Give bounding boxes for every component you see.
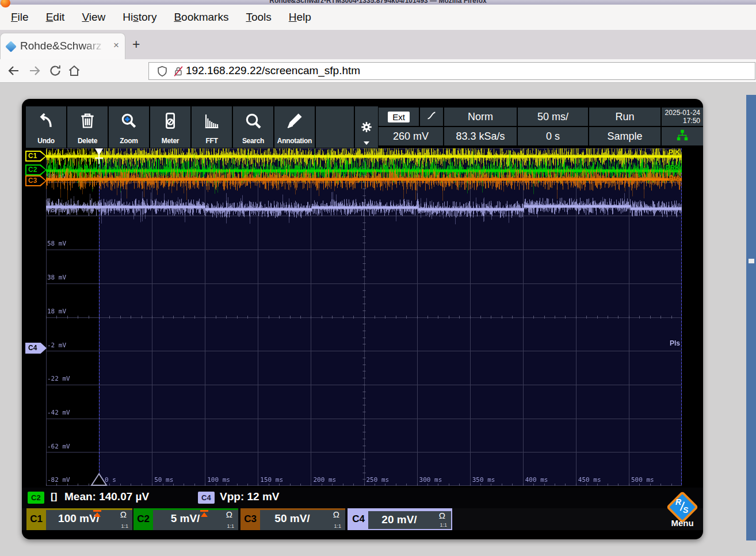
trigger-level-cell[interactable]: 260 mV: [379, 127, 443, 145]
marker-label: C4: [28, 344, 37, 352]
measurement-value: Vpp: 12 mV: [220, 490, 279, 503]
menu-edit[interactable]: Edit: [37, 11, 74, 24]
x-axis-label: 400 ms: [525, 476, 548, 484]
x-axis-label: 350 ms: [472, 476, 495, 484]
x-axis-label: 450 ms: [578, 476, 601, 484]
x-axis-label: 500 ms: [631, 476, 654, 484]
channel-marker-c2[interactable]: C2: [25, 164, 47, 175]
sample-rate-cell[interactable]: 83.3 kSa/s: [444, 127, 517, 145]
channel-scale: 50 mV/: [264, 512, 321, 525]
trigger-source-cell[interactable]: Ext: [379, 108, 419, 126]
search-icon: [244, 112, 262, 130]
axis-labels: 98 mV78 mV58 mV38 mV18 mV-2 mV-22 mV-42 …: [46, 148, 682, 486]
y-axis-label: 98 mV: [47, 172, 66, 180]
trigger-mode-cell[interactable]: Norm: [444, 108, 517, 126]
url-text: 192.168.229.22/screencam_sfp.htm: [186, 64, 360, 77]
menu-history[interactable]: History: [114, 11, 165, 24]
menu-tools[interactable]: Tools: [237, 11, 280, 24]
shield-icon[interactable]: [156, 65, 169, 78]
annotation-button[interactable]: Annotation: [274, 106, 315, 148]
delete-button[interactable]: Delete: [67, 106, 108, 148]
waveform-right-label: PRK: [664, 164, 680, 172]
time-text: 17:50: [683, 117, 700, 125]
overload-indicator-icon: [93, 510, 101, 517]
lan-icon: [676, 129, 689, 144]
insecure-lock-icon[interactable]: [172, 65, 185, 78]
zoom-icon: [120, 112, 138, 130]
channel-block-c3[interactable]: C350 mV/Ω1:1: [240, 508, 345, 530]
y-axis-label: -2 mV: [47, 342, 66, 349]
reload-icon[interactable]: [48, 64, 62, 78]
trash-icon: [78, 112, 97, 130]
channel-badge: C2: [133, 508, 153, 530]
menu-button-label: Menu: [659, 518, 705, 528]
acquisition-state-cell[interactable]: Run: [589, 108, 660, 126]
probe-ratio: 1:1: [440, 522, 447, 528]
window-titlebar: Rohde&Schwarz-RTM3004-1335.8794k04/10149…: [0, 0, 756, 5]
y-axis-label: -22 mV: [47, 375, 70, 382]
search-button[interactable]: Search: [233, 106, 273, 148]
y-axis-label: -82 mV: [47, 476, 70, 484]
undo-icon: [37, 112, 55, 130]
measurement-gate-icon: []: [51, 491, 57, 503]
lan-status-cell[interactable]: [662, 127, 703, 145]
home-icon[interactable]: [67, 64, 81, 78]
oscilloscope-screen: UndoDeleteZoomMeterFFTSearchAnnotation E…: [22, 99, 703, 539]
date-text: 2025-01-24: [665, 109, 700, 117]
measurement-bar: C2[]Mean: 140.07 µVC4Vpp: 12 mV: [22, 488, 703, 508]
channel-badge: C4: [349, 509, 368, 529]
chevron-down-icon: [364, 141, 369, 145]
horizontal-position-cell[interactable]: 0 s: [518, 127, 588, 145]
x-axis-label: 300 ms: [419, 476, 442, 484]
toolbar-button-label: Undo: [26, 137, 66, 145]
channel-marker-c4[interactable]: C4: [25, 343, 47, 354]
toolbar-button-label: Annotation: [274, 137, 315, 145]
meter-button[interactable]: Meter: [150, 106, 190, 148]
toolbar-button-label: Zoom: [109, 137, 149, 145]
tab-title: Rohde&Schwarz: [20, 40, 108, 52]
waveform-right-label: Pls: [664, 339, 680, 347]
timebase-cell[interactable]: 50 ms/: [518, 108, 588, 126]
channel-marker-c3[interactable]: C3: [25, 175, 47, 186]
right-edge-labels: PIKPRKPrsPls: [46, 148, 682, 486]
toolbar-button-label: Search: [233, 137, 273, 145]
menu-file[interactable]: File: [2, 11, 37, 24]
x-axis-label: 0 s: [105, 476, 116, 484]
forward-icon[interactable]: [28, 64, 41, 78]
channel-badge: C3: [240, 508, 260, 530]
settings-button[interactable]: [355, 106, 378, 148]
navigation-bar: 192.168.229.22/screencam_sfp.htm: [0, 59, 756, 83]
toolbar-button-label: Delete: [67, 137, 108, 145]
back-icon[interactable]: [7, 64, 21, 78]
acquisition-mode-cell[interactable]: Sample: [589, 127, 660, 145]
scrollbar-thumb[interactable]: [749, 259, 754, 263]
channel-block-c1[interactable]: C1100 mV/Ω1:1: [26, 508, 132, 530]
zoom-button[interactable]: Zoom: [109, 106, 149, 148]
x-axis-label: 200 ms: [313, 476, 336, 484]
waveform-display[interactable]: 98 mV78 mV58 mV38 mV18 mV-2 mV-22 mV-42 …: [46, 148, 682, 486]
rs-logo-icon: RS: [671, 496, 694, 519]
probe-ratio: 1:1: [334, 523, 341, 529]
x-axis-label: 250 ms: [366, 476, 389, 484]
menu-bookmarks[interactable]: Bookmarks: [165, 11, 237, 24]
impedance-symbol: Ω: [120, 509, 127, 519]
trigger-slope-cell[interactable]: [420, 108, 443, 126]
probe-ratio: 1:1: [121, 523, 128, 529]
measurement-channel-badge: C2: [28, 492, 44, 504]
marker-label: C1: [28, 152, 37, 160]
new-tab-button[interactable]: +: [132, 39, 140, 50]
channel-badge: C1: [26, 508, 46, 530]
channel-block-c2[interactable]: C25 mV/Ω1:1: [133, 508, 238, 530]
marker-label: C2: [28, 166, 37, 174]
menu-help[interactable]: Help: [280, 11, 320, 24]
waveform-right-label: PIK: [664, 148, 680, 156]
probe-ratio: 1:1: [227, 523, 234, 529]
fft-button[interactable]: FFT: [192, 106, 232, 148]
undo-button[interactable]: Undo: [26, 106, 66, 148]
url-bar[interactable]: 192.168.229.22/screencam_sfp.htm: [148, 62, 755, 80]
tab-close-icon[interactable]: ×: [113, 40, 119, 51]
tab-rohde-schwarz[interactable]: Rohde&Schwarz ×: [0, 33, 125, 59]
menu-view[interactable]: View: [73, 11, 114, 24]
channel-block-c4[interactable]: C420 mV/Ω1:1: [348, 508, 452, 530]
channel-marker-c1[interactable]: C1: [25, 151, 47, 162]
